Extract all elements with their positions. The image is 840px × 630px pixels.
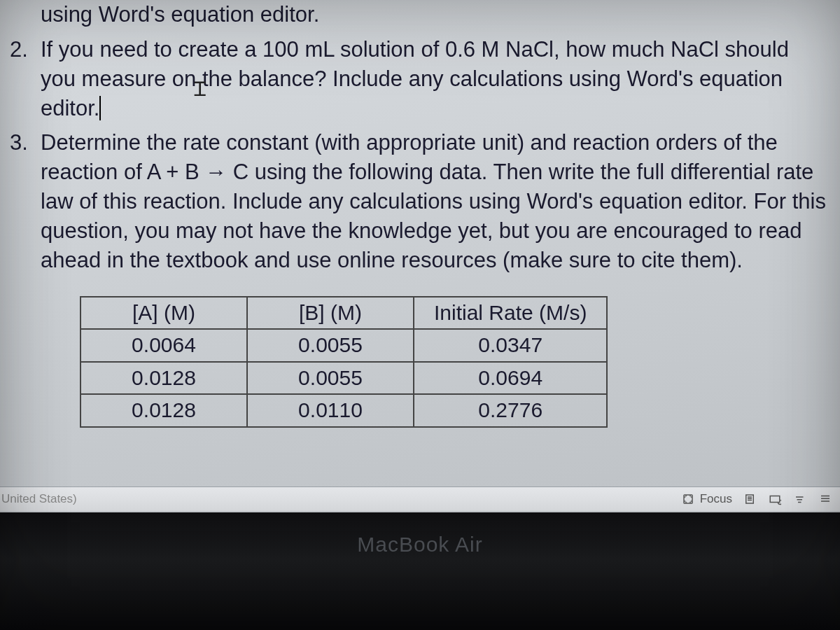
list-item-2: 2. If you need to create a 100 mL soluti… [10,35,826,123]
table-row: 0.0128 0.0110 0.2776 [80,394,607,427]
laptop-screen: using Word's equation editor. 2. If you … [0,0,840,630]
cell[interactable]: 0.0347 [414,329,607,362]
cell[interactable]: 0.0128 [80,394,247,427]
cell[interactable]: 0.0128 [80,362,247,395]
focus-label: Focus [700,492,732,506]
focus-icon [680,492,696,506]
table-row: 0.0064 0.0055 0.0347 [80,329,607,362]
print-layout-view-icon[interactable] [742,492,757,506]
svg-rect-0 [684,495,692,503]
cell[interactable]: 0.2776 [414,394,607,427]
cell[interactable]: 0.0064 [80,329,247,362]
macbook-label: MacBook Air [0,533,840,556]
list-body: If you need to create a 100 mL solution … [41,35,826,123]
q2-text-before: If you need to create a 100 mL solution … [41,37,789,120]
cell[interactable]: 0.0055 [247,329,414,362]
table-row: [A] (M) [B] (M) Initial Rate (M/s) [80,297,607,330]
document-body[interactable]: using Word's equation editor. 2. If you … [0,0,840,428]
list-body: Determine the rate constant (with approp… [41,128,826,274]
list-item-3: 3. Determine the rate constant (with app… [10,128,826,274]
list-number: 2. [10,35,41,123]
status-right-group: Focus [680,492,833,506]
language-status[interactable]: United States) [0,492,77,506]
status-bar: United States) Focus [0,486,840,511]
data-table[interactable]: [A] (M) [B] (M) Initial Rate (M/s) 0.006… [80,296,608,428]
svg-rect-5 [770,496,780,503]
cell[interactable]: 0.0694 [414,362,607,395]
zoom-out-icon[interactable] [792,492,808,506]
focus-mode-button[interactable]: Focus [680,492,732,506]
web-layout-view-icon[interactable] [767,492,783,506]
cell[interactable]: 0.0110 [247,394,414,427]
list-number: 3. [10,128,41,274]
zoom-in-icon[interactable] [818,492,833,506]
text-cursor [99,96,101,120]
th-a[interactable]: [A] (M) [80,297,247,330]
laptop-bezel: MacBook Air [0,512,840,630]
cell[interactable]: 0.0055 [247,362,414,395]
th-rate[interactable]: Initial Rate (M/s) [414,297,607,330]
table-row: 0.0128 0.0055 0.0694 [80,362,607,395]
th-b[interactable]: [B] (M) [247,297,414,330]
fragment-line: using Word's equation editor. [10,0,826,29]
